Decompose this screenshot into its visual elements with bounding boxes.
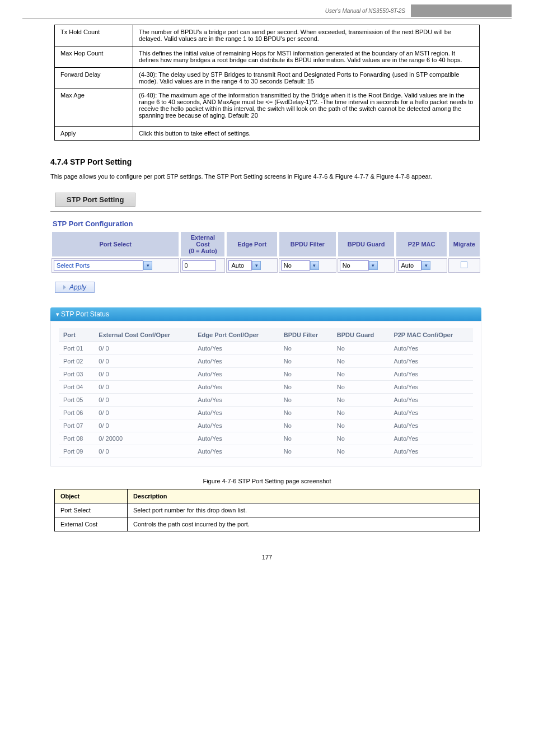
status-col-p2p: P2P MAC Conf/Oper [389,328,473,342]
status-cell: Port 05 [59,393,94,406]
object-description-table: Object Description Port Select Select po… [54,489,480,531]
status-cell: Auto/Yes [389,393,473,406]
status-cell: Auto/Yes [193,342,279,354]
header-divider [22,18,512,19]
stp-config-table: Port Select External Cost (0 = Auto) Edg… [50,230,481,274]
status-cell: Auto/Yes [389,367,473,380]
table-row: Port 050/ 0Auto/YesNoNoAuto/Yes [59,393,473,406]
status-cell: No [279,419,332,432]
edge-port-value: Auto [228,260,252,270]
col-p2p-mac: P2P MAC [396,231,447,257]
status-cell: No [332,342,390,354]
status-cell: Auto/Yes [389,419,473,432]
chevron-down-icon: ▾ [143,261,152,270]
status-cell: No [279,445,332,458]
edge-port-cell: Auto ▾ [226,258,277,273]
status-cell: No [332,432,390,445]
page-header: User's Manual of NS3550-8T-2S [0,0,534,18]
table-row: Port 020/ 0Auto/YesNoNoAuto/Yes [59,354,473,367]
desc-header-object: Object [55,489,128,503]
status-cell: No [279,354,332,367]
chevron-down-icon: ▾ [369,261,378,270]
col-bpdu-guard: BPDU Guard [338,231,395,257]
param-desc: This defines the initial value of remain… [133,46,480,68]
param-desc: (4-30): The delay used by STP Bridges to… [133,68,480,88]
status-cell: No [332,380,390,393]
param-cell: Tx Hold Count [55,25,133,46]
col-edge-port: Edge Port [226,231,277,257]
external-cost-cell [180,258,225,273]
desc-desc-cell: Controls the path cost incurred by the p… [128,517,480,531]
status-cell: Auto/Yes [193,380,279,393]
table-row: Port 080/ 20000Auto/YesNoNoAuto/Yes [59,432,473,445]
port-select-value: Select Ports [54,260,143,270]
status-cell: No [279,432,332,445]
apply-button[interactable]: Apply [55,282,95,293]
figure-caption: Figure 4-7-6 STP Port Setting page scree… [0,478,534,484]
status-cell: Auto/Yes [389,406,473,419]
desc-header-description: Description [128,489,480,503]
status-cell: No [332,445,390,458]
status-cell: No [332,367,390,380]
status-cell: Auto/Yes [389,445,473,458]
bpdu-filter-value: No [281,260,310,270]
p2p-mac-dropdown[interactable]: Auto ▾ [398,260,430,270]
desc-object-cell: Port Select [55,503,128,517]
external-cost-input[interactable] [182,260,216,270]
status-panel-header[interactable]: STP Port Status [50,307,481,321]
chevron-down-icon: ▾ [252,261,261,270]
col-port-select: Port Select [51,231,179,257]
param-desc: The number of BPDU's a bridge port can s… [133,25,480,46]
migrate-checkbox[interactable] [461,262,467,268]
table-row: Port 070/ 0Auto/YesNoNoAuto/Yes [59,419,473,432]
status-cell: Auto/Yes [193,419,279,432]
status-cell: Auto/Yes [193,432,279,445]
port-select-dropdown[interactable]: Select Ports ▾ [54,260,152,270]
status-cell: Auto/Yes [193,406,279,419]
status-col-bpdufilter: BPDU Filter [279,328,332,342]
param-desc: (6-40): The maximum age of the informati… [133,88,480,127]
col-external-cost: External Cost (0 = Auto) [180,231,225,257]
status-cell: 0/ 0 [94,445,193,458]
status-cell: No [279,342,332,354]
chevron-down-icon: ▾ [310,261,319,270]
bpdu-filter-dropdown[interactable]: No ▾ [281,260,319,270]
status-panel-title: STP Port Status [61,310,109,318]
status-cell: Auto/Yes [389,342,473,354]
status-cell: Auto/Yes [193,445,279,458]
bpdu-guard-dropdown[interactable]: No ▾ [340,260,378,270]
table-row: Port 010/ 0Auto/YesNoNoAuto/Yes [59,342,473,354]
p2p-mac-value: Auto [398,260,421,270]
status-cell: No [332,354,390,367]
param-cell: Max Age [55,88,133,127]
status-cell: No [332,393,390,406]
param-cell: Forward Delay [55,68,133,88]
status-cell: No [332,406,390,419]
status-cell: Auto/Yes [193,354,279,367]
col-bpdu-filter: BPDU Filter [279,231,336,257]
table-row: Port 040/ 0Auto/YesNoNoAuto/Yes [59,380,473,393]
status-cell: Auto/Yes [389,354,473,367]
header-grey-block [411,4,512,17]
param-cell: Apply [55,127,133,141]
status-cell: Auto/Yes [193,393,279,406]
bpdu-guard-value: No [340,260,369,270]
col-migrate: Migrate [448,231,480,257]
chevron-down-icon: ▾ [421,261,430,270]
status-cell: 0/ 0 [94,406,193,419]
edge-port-dropdown[interactable]: Auto ▾ [228,260,261,270]
status-cell: Port 06 [59,406,94,419]
status-cell: 0/ 0 [94,354,193,367]
ui-divider [50,211,481,212]
status-cell: 0/ 0 [94,393,193,406]
status-cell: 0/ 0 [94,380,193,393]
status-table: Port External Cost Conf/Oper Edge Port C… [59,328,473,458]
status-cell: No [279,406,332,419]
window-title-bar: STP Port Setting [55,193,135,207]
status-col-edge: Edge Port Conf/Oper [193,328,279,342]
p2p-mac-cell: Auto ▾ [396,258,447,273]
section-heading: 4.7.4 STP Port Setting [50,157,534,166]
ui-screenshot-container: STP Port Setting STP Port Configuration … [50,193,481,466]
status-cell: Port 01 [59,342,94,354]
table-row: Port 060/ 0Auto/YesNoNoAuto/Yes [59,406,473,419]
